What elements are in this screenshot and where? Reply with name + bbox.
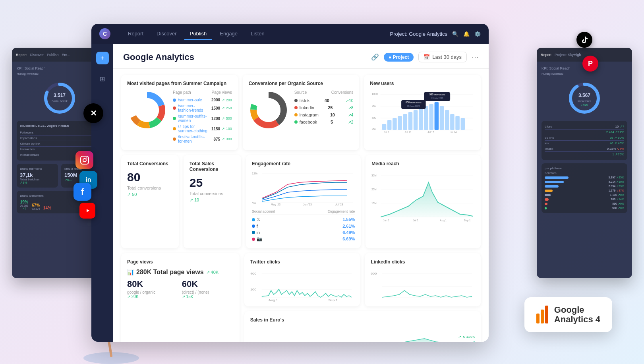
conv-item-4: facebook 5 ↗2: [294, 118, 354, 126]
new-users-card: New users 1000 750 500 250: [364, 75, 481, 150]
social-row-linkedin: in 6.49%: [252, 229, 355, 236]
svg-text:10M: 10M: [371, 202, 377, 205]
ga4-bar-1: [536, 314, 540, 323]
svg-text:May '23: May '23: [271, 203, 280, 206]
svg-text:980 new users: 980 new users: [429, 93, 446, 96]
dot-4: [173, 127, 176, 130]
bg-tab-em: Em...: [62, 53, 70, 57]
nav-tab-publish[interactable]: Publish: [184, 28, 213, 40]
bg-right-tab: Report: [541, 53, 551, 57]
svg-text:20M: 20M: [371, 188, 377, 191]
svg-text:Impressies: Impressies: [578, 100, 591, 103]
pinterest-float-icon: P: [582, 56, 598, 72]
svg-text:Jul 3: Jul 3: [384, 131, 389, 134]
svg-marker-89: [250, 339, 475, 342]
page-name-2: /summer-fashion-trends: [178, 104, 208, 112]
conv-item-1: tiktok 40 ↗10: [294, 97, 354, 104]
pages-donut-chart: [127, 90, 167, 130]
total-change: ↗ 40K: [206, 270, 219, 275]
link-icon[interactable]: 🔗: [371, 53, 379, 61]
social-row-instagram: 📷 6.69%: [252, 236, 355, 242]
nav-tab-report[interactable]: Report: [122, 28, 149, 40]
conv-dot-2: [294, 106, 298, 109]
svg-text:0%: 0%: [252, 202, 256, 205]
total-sales-label: Total conversions: [190, 191, 235, 196]
dashboard-content: Most visited pages from Summer Campaign: [113, 69, 489, 342]
svg-rect-37: [403, 114, 408, 130]
facebook-label: f: [257, 224, 258, 228]
twitter-rate: 1.55%: [342, 217, 355, 222]
bg-kpi-title: KPI: Social Reach: [17, 66, 102, 70]
page-views-1: 2000: [211, 98, 220, 102]
svg-text:Social bereik: Social bereik: [52, 100, 68, 103]
svg-text:Jul 24: Jul 24: [450, 131, 457, 134]
row-2: Total Conversions 80 Total conversions ↗…: [121, 155, 481, 248]
facebook-dot: [252, 225, 255, 228]
page-views-3: 1200: [211, 116, 220, 121]
conv-dot-4: [294, 120, 298, 124]
total-sales-card: Total Sales Conversions 25 Total convers…: [184, 155, 241, 248]
instagram-dot: [252, 238, 255, 241]
ga4-text: Google Analytics 4: [554, 305, 600, 324]
pages-card-content: Page path Page views /summer-sale 2000 ↗…: [127, 90, 232, 144]
conv-header: Source Conversions: [294, 90, 354, 95]
svg-text:30M: 30M: [371, 174, 377, 177]
conv-num-3: 10: [330, 112, 335, 117]
nav-search-icon[interactable]: 🔍: [452, 31, 458, 37]
conv-dot-3: [294, 113, 298, 116]
svg-text:12%: 12%: [252, 172, 257, 175]
conv-dot-1: [294, 99, 298, 102]
row-1: Most visited pages from Summer Campaign: [121, 75, 481, 150]
page-name-4: /7-tips-for-summer-clothing: [178, 124, 208, 133]
total-conv-title: Total Conversions: [127, 161, 173, 167]
svg-rect-45: [445, 110, 449, 130]
bg-kpi-subtitle: Huidig kwartaal: [17, 72, 102, 76]
youtube-float-icon: [79, 203, 95, 219]
total-page-views: 280K Total page views: [136, 269, 204, 276]
nav-settings-icon[interactable]: ⚙️: [474, 31, 481, 37]
conv-source-3: instagram: [300, 112, 319, 117]
dot-3: [173, 117, 176, 120]
nav-bell-icon[interactable]: 🔔: [463, 31, 470, 37]
sidebar-add-button[interactable]: +: [96, 52, 109, 64]
background-window-right: Report Project: SkyHigh KPI: Social Reac…: [537, 48, 632, 278]
total-sales-value: 25: [190, 176, 235, 190]
more-options-icon[interactable]: ⋯: [472, 53, 479, 62]
svg-rect-33: [382, 124, 387, 130]
nav-tab-listen[interactable]: Listen: [245, 28, 270, 40]
svg-rect-34: [387, 120, 392, 130]
pageviews-grid: 80K google / organic ↗ 20K 60K (direct) …: [127, 279, 234, 299]
svg-text:Sep 1: Sep 1: [464, 219, 471, 222]
page-change-2: ↗ 250: [222, 106, 232, 110]
conv-change-2: ↗8: [348, 106, 354, 110]
date-range-picker[interactable]: 📅 Last 30 days: [418, 52, 467, 62]
conv-item-3: instagram 10 ↗4: [294, 111, 354, 118]
chart-icon: 📊: [127, 269, 134, 275]
svg-text:Jul 10: Jul 10: [405, 131, 412, 134]
engagement-rate-card: Engagement rate 12% 0%: [246, 155, 361, 248]
conv-num-1: 40: [325, 98, 329, 103]
page-views-5: 875: [213, 137, 220, 141]
pv-num-1: 80K: [127, 279, 179, 289]
svg-text:750: 750: [372, 104, 377, 108]
main-content: Google Analytics 🔗 ● Project 📅 Last 30 d…: [113, 44, 489, 342]
bg-tab-report: Report: [16, 53, 27, 57]
nav-tab-engage[interactable]: Engage: [214, 28, 243, 40]
nav-tab-discover[interactable]: Discover: [151, 28, 182, 40]
date-range-label: Last 30 days: [432, 54, 462, 60]
ga4-logo: [536, 306, 548, 323]
svg-text:Jul '23: Jul '23: [335, 203, 343, 206]
most-visited-card: Most visited pages from Summer Campaign: [121, 75, 238, 150]
total-sales-title: Total Sales Conversions: [190, 161, 235, 172]
page-views-4: 1150: [211, 127, 220, 131]
svg-text:Jun '23: Jun '23: [303, 203, 311, 206]
svg-rect-42: [429, 104, 434, 130]
pv-label-1: google / organic: [127, 290, 179, 294]
sidebar-grid-icon[interactable]: ⊞: [96, 72, 109, 85]
ga4-bar-3: [545, 306, 548, 323]
instagram-float-icon: [75, 151, 93, 169]
page-change-5: ↗ 300: [222, 137, 232, 141]
nav-bar: C Report Discover Publish Engage Listen …: [91, 24, 489, 44]
conv-change-1: ↗10: [346, 99, 353, 103]
page-name-3: /summer-outfits-women: [178, 114, 208, 123]
